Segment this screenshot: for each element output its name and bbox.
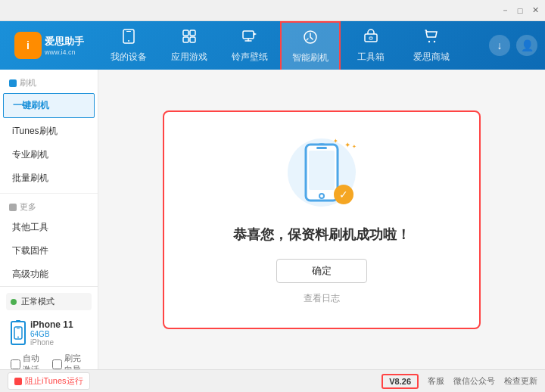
device-storage: 64GB (30, 330, 73, 338)
sidebar-section-more: 更多 (0, 193, 98, 216)
svg-rect-24 (14, 378, 22, 385)
device-phone-icon (11, 321, 26, 345)
version-badge[interactable]: V8.26 (382, 374, 419, 389)
guide-label: 刷完向导 (64, 353, 88, 369)
success-card: ✦ ✦ ✦ ✓ 恭喜您，保资料刷机成功啦！ 确定 (163, 110, 481, 329)
main-container: 刷机 一键刷机 iTunes刷机 专业刷机 批量刷机 更多 其他工具 下载固件 … (0, 70, 545, 369)
svg-point-19 (17, 337, 19, 338)
stop-icon (14, 378, 22, 385)
download-button[interactable]: ↓ (489, 35, 510, 56)
maximize-button[interactable]: □ (513, 4, 527, 17)
store-icon (423, 28, 440, 48)
success-text: 恭喜您，保资料刷机成功啦！ (233, 226, 410, 244)
guide-checkbox[interactable] (52, 359, 62, 369)
logo[interactable]: i 爱思助手 www.i4.cn (0, 32, 98, 59)
minimize-button[interactable]: － (498, 4, 512, 17)
footer-left: 阻止iTunes运行 (8, 372, 382, 390)
device-details: iPhone 11 64GB iPhone (30, 319, 73, 347)
svg-rect-16 (9, 204, 17, 211)
svg-rect-8 (190, 37, 195, 42)
support-link[interactable]: 客服 (428, 375, 444, 387)
svg-rect-5 (183, 30, 188, 36)
nav-item-smart-flash[interactable]: 智能刷机 (280, 21, 341, 70)
auto-activate-checkbox[interactable] (11, 359, 20, 369)
nav-bar: 我的设备 应用游戏 (98, 21, 489, 70)
title-bar: － □ ✕ (0, 0, 545, 21)
stop-itunes-button[interactable]: 阻止iTunes运行 (8, 372, 90, 390)
nav-item-my-device[interactable]: 我的设备 (98, 21, 159, 70)
device-info: iPhone 11 64GB iPhone (6, 316, 92, 350)
svg-rect-6 (190, 30, 195, 36)
svg-rect-23 (309, 151, 335, 190)
svg-rect-12 (369, 37, 372, 39)
sidebar-section-flash: 刷机 (0, 70, 98, 92)
mode-indicator (11, 299, 17, 305)
svg-point-4 (128, 40, 129, 42)
nav-label-smart-flash: 智能刷机 (292, 51, 329, 64)
nav-item-ringtones[interactable]: 铃声壁纸 (220, 21, 280, 70)
sidebar-bottom: 正常模式 iPhone 11 64GB iPhone (0, 286, 98, 369)
brand-name: 爱思助手 (45, 35, 84, 48)
footer-right: V8.26 客服 微信公众号 检查更新 (382, 374, 537, 389)
footer: 阻止iTunes运行 V8.26 客服 微信公众号 检查更新 (0, 369, 545, 392)
apps-icon (181, 28, 198, 48)
svg-rect-3 (126, 31, 131, 32)
svg-rect-21 (316, 147, 327, 149)
phone-illustration: ✦ ✦ ✦ ✓ (284, 135, 360, 210)
sidebar-item-download-firmware[interactable]: 下载固件 (0, 239, 98, 263)
flash-icon (302, 29, 319, 49)
logo-icon: i (14, 32, 42, 59)
nav-label-store: 爱思商城 (413, 51, 450, 64)
device-icon (120, 28, 137, 48)
sidebar-item-itunes-flash[interactable]: iTunes刷机 (0, 120, 98, 143)
sidebar-item-other-tools[interactable]: 其他工具 (0, 216, 98, 239)
sidebar-item-advanced[interactable]: 高级功能 (0, 263, 98, 286)
device-name: iPhone 11 (30, 319, 73, 330)
brand-url: www.i4.cn (45, 48, 84, 56)
sidebar-item-one-click-flash[interactable]: 一键刷机 (3, 93, 95, 118)
check-badge: ✓ (334, 185, 353, 204)
user-button[interactable]: 👤 (516, 35, 537, 56)
nav-label-tools: 工具箱 (357, 51, 385, 64)
svg-rect-15 (9, 79, 17, 87)
guide-checkbox-group[interactable]: 刷完向导 (52, 353, 88, 369)
header-right: ↓ 👤 (489, 35, 545, 56)
svg-rect-11 (365, 34, 377, 42)
mode-label: 正常模式 (21, 296, 54, 307)
svg-rect-7 (183, 37, 188, 42)
nav-item-store[interactable]: 爱思商城 (401, 21, 462, 70)
confirm-button[interactable]: 确定 (276, 259, 367, 283)
svg-point-14 (434, 40, 435, 42)
auto-activate-checkbox-group[interactable]: 自动激活 (11, 353, 46, 369)
nav-item-tools[interactable]: 工具箱 (341, 21, 401, 70)
nav-label-ringtones: 铃声壁纸 (232, 51, 268, 64)
auto-activate-label: 自动激活 (23, 353, 46, 369)
view-history-link[interactable]: 查看日志 (304, 292, 340, 305)
wechat-link[interactable]: 微信公众号 (453, 375, 495, 387)
svg-rect-9 (243, 31, 254, 39)
sidebar-item-batch-flash[interactable]: 批量刷机 (0, 166, 98, 190)
tools-icon (363, 28, 379, 48)
nav-item-apps-games[interactable]: 应用游戏 (159, 21, 220, 70)
nav-label-apps-games: 应用游戏 (171, 51, 207, 64)
ringtone-icon (241, 28, 258, 48)
sidebar-checkboxes: 自动激活 刷完向导 (6, 350, 92, 369)
svg-text:i: i (26, 39, 30, 51)
svg-point-13 (428, 40, 430, 42)
svg-rect-18 (17, 328, 20, 329)
update-link[interactable]: 检查更新 (504, 375, 537, 387)
sparkle-icon-1: ✦ (344, 141, 350, 149)
close-button[interactable]: ✕ (528, 4, 542, 17)
sidebar-item-pro-flash[interactable]: 专业刷机 (0, 143, 98, 166)
header: i 爱思助手 www.i4.cn 我的设备 (0, 21, 545, 70)
nav-label-my-device: 我的设备 (111, 51, 147, 64)
content-area: ✦ ✦ ✦ ✓ 恭喜您，保资料刷机成功啦！ 确定 (98, 70, 545, 369)
sidebar: 刷机 一键刷机 iTunes刷机 专业刷机 批量刷机 更多 其他工具 下载固件 … (0, 70, 98, 369)
device-mode: 正常模式 (6, 293, 92, 310)
sparkle-icon-3: ✦ (352, 144, 357, 150)
device-type: iPhone (30, 338, 73, 347)
